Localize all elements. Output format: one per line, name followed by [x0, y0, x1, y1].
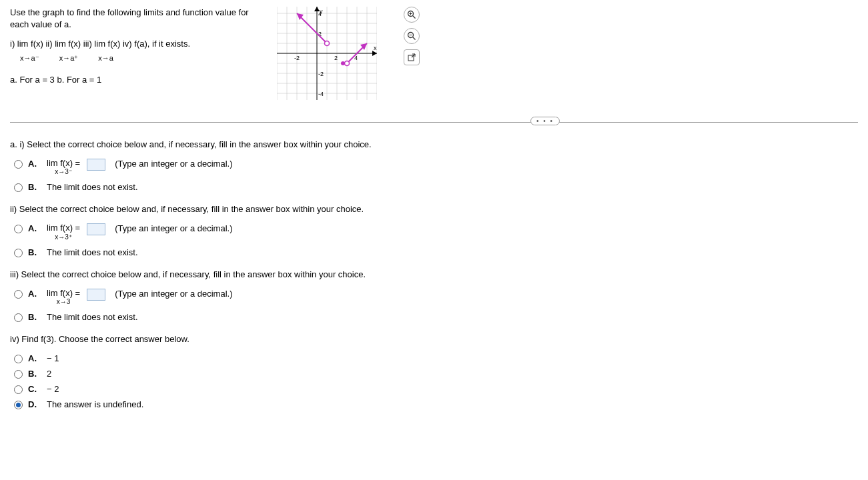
- svg-text:-4: -4: [318, 91, 324, 97]
- radio-aii-a[interactable]: [14, 225, 23, 233]
- radio-aiv-a[interactable]: [14, 355, 23, 363]
- approach-row: x→a⁻ x→a⁺ x→a: [20, 54, 264, 63]
- section-aiii-header: iii) Select the correct choice below and…: [10, 269, 858, 279]
- function-graph: yx 42 -2-4 -224: [277, 7, 377, 100]
- svg-point-37: [341, 61, 345, 65]
- section-aii-header: ii) Select the correct choice below and,…: [10, 204, 858, 214]
- svg-point-33: [325, 41, 330, 46]
- svg-line-31: [297, 13, 327, 43]
- svg-text:4: 4: [318, 11, 322, 17]
- radio-aii-b[interactable]: [14, 249, 23, 257]
- lim-3plus: lim f(x) = x→3⁺: [47, 223, 80, 240]
- svg-text:-2: -2: [294, 55, 300, 61]
- parts-line: i) lim f(x) ii) lim f(x) iii) lim f(x) i…: [10, 39, 264, 49]
- svg-marker-20: [372, 51, 377, 56]
- lim-3minus: lim f(x) = x→3⁻: [47, 159, 80, 175]
- dne-ai: The limit does not exist.: [47, 182, 138, 192]
- radio-aiv-d[interactable]: [14, 401, 23, 409]
- section-aiv-header: iv) Find f(3). Choose the correct answer…: [10, 334, 858, 344]
- popout-icon[interactable]: [404, 49, 420, 65]
- svg-line-43: [413, 37, 416, 40]
- radio-aiv-c[interactable]: [14, 385, 23, 394]
- svg-text:x: x: [374, 45, 377, 51]
- radio-aiv-b[interactable]: [14, 370, 23, 379]
- approach-c: x→a: [98, 54, 113, 63]
- section-ai-header: a. i) Select the correct choice below an…: [10, 139, 858, 149]
- choice-aiv-b: 2: [47, 369, 51, 379]
- zoom-in-icon[interactable]: [404, 7, 420, 23]
- radio-aiii-a[interactable]: [14, 290, 23, 299]
- svg-text:2: 2: [334, 55, 338, 61]
- graph-panel: yx 42 -2-4 -224: [277, 7, 384, 102]
- svg-text:-2: -2: [318, 71, 324, 77]
- radio-aiii-b[interactable]: [14, 313, 23, 322]
- svg-line-39: [413, 16, 416, 19]
- dne-aii: The limit does not exist.: [47, 247, 138, 257]
- choice-aiv-d: The answer is undefined.: [47, 399, 143, 409]
- choice-aiv-c: − 2: [47, 384, 59, 394]
- sub-parts: a. For a = 3 b. For a = 1: [10, 75, 264, 85]
- dne-aiii: The limit does not exist.: [47, 312, 138, 322]
- lim-3: lim f(x) = x→3: [47, 289, 80, 305]
- answer-input-aiii[interactable]: [87, 289, 105, 301]
- radio-ai-a[interactable]: [14, 160, 23, 169]
- zoom-out-icon[interactable]: [404, 28, 420, 44]
- answer-input-aii[interactable]: [87, 223, 105, 235]
- more-button[interactable]: • • •: [530, 117, 560, 125]
- label-b: B.: [28, 182, 41, 192]
- radio-ai-b[interactable]: [14, 183, 23, 192]
- approach-b: x→a⁺: [59, 54, 79, 63]
- hint-ai: (Type an integer or a decimal.): [115, 159, 232, 169]
- svg-point-36: [345, 61, 350, 66]
- question-intro: Use the graph to find the following limi…: [10, 7, 264, 31]
- choice-aiv-a: − 1: [47, 353, 59, 363]
- label-a: A.: [28, 159, 41, 169]
- approach-a: x→a⁻: [20, 54, 39, 63]
- section-divider: [10, 122, 858, 123]
- answer-input-ai[interactable]: [87, 159, 105, 171]
